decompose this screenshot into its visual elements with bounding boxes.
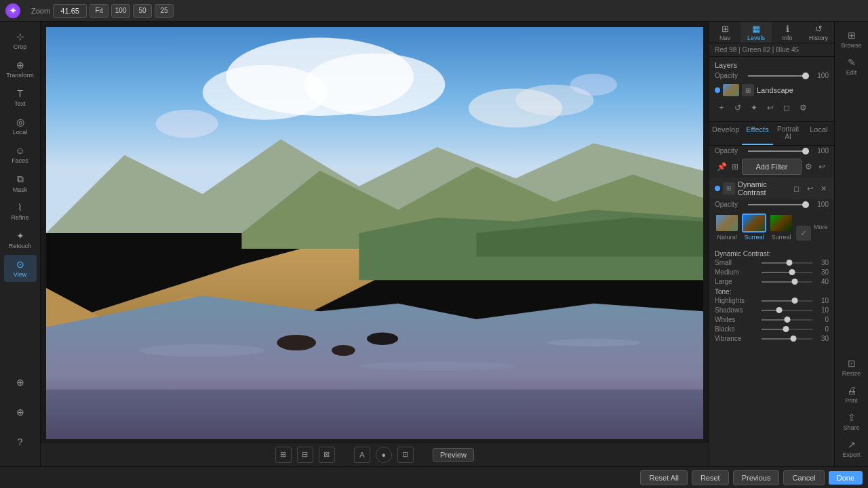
- effect-name: Dynamic Contrast: [738, 180, 788, 197]
- dynamic-contrast-header: ⊞ Dynamic Contrast ◻ ↩ ✕: [709, 178, 834, 199]
- layer-settings-btn[interactable]: ⚙: [796, 101, 810, 115]
- previous-button[interactable]: Previous: [733, 470, 780, 485]
- print-btn[interactable]: 🖨 Print: [837, 382, 867, 407]
- add-filter-button[interactable]: Add Filter: [742, 159, 802, 175]
- effect-toggle-btn[interactable]: ◻: [791, 183, 802, 194]
- zoom-50-btn[interactable]: 50: [133, 4, 152, 18]
- filter-settings-btn[interactable]: ⚙: [802, 160, 815, 174]
- presets-row: Natural Surreal Surreal ✓ More: [709, 209, 834, 245]
- layer-item[interactable]: ⊞ Landscape: [715, 82, 829, 98]
- slider-shadows-track[interactable]: [762, 310, 812, 311]
- svg-point-3: [304, 54, 446, 116]
- effect-opacity-slider[interactable]: [748, 204, 809, 205]
- canvas-tool-grid[interactable]: ⊞: [275, 447, 292, 463]
- browse-btn[interactable]: ⊞ Browse: [837, 27, 867, 52]
- tool-mask[interactable]: ⧉ Mask: [4, 169, 37, 197]
- crop-icon: ⊹: [16, 31, 24, 42]
- preview-button[interactable]: Preview: [433, 448, 474, 462]
- tool-retouch[interactable]: ✦ Retouch: [4, 226, 37, 253]
- share-btn[interactable]: ⇪ Share: [837, 409, 867, 434]
- canvas-tool-circle[interactable]: ●: [376, 447, 392, 463]
- left-sidebar: ⊹ Crop ⊕ Transform T Text ◎ Local ☺ Face…: [0, 22, 41, 466]
- preset-more[interactable]: ✓: [796, 226, 811, 241]
- resize-btn[interactable]: ⊡ Resize: [837, 355, 867, 380]
- effect-close-btn[interactable]: ✕: [818, 183, 829, 194]
- preset-surreal-1[interactable]: Surreal: [742, 214, 766, 241]
- slider-medium-track[interactable]: [762, 272, 812, 273]
- slider-highlights-track[interactable]: [762, 300, 812, 302]
- info-tab[interactable]: ℹ Info: [772, 22, 803, 43]
- share-icon: ⇪: [848, 412, 856, 423]
- effect-undo-btn[interactable]: ↩: [804, 183, 815, 194]
- preset-surreal-thumb: [742, 214, 766, 232]
- tone-section-title: Tone:: [715, 288, 829, 296]
- tool-local[interactable]: ◎ Local: [4, 113, 37, 140]
- layer-visibility-btn[interactable]: ◻: [780, 101, 793, 115]
- history-tab[interactable]: ↺ History: [803, 22, 834, 43]
- layer-mask-btn[interactable]: ✦: [747, 101, 761, 115]
- levels-tab[interactable]: ▦ Levels: [741, 22, 772, 43]
- tab-local[interactable]: Local: [804, 122, 834, 145]
- print-icon: 🖨: [847, 385, 856, 396]
- reset-all-button[interactable]: Reset All: [640, 470, 687, 485]
- canvas-tool-square[interactable]: ⊡: [397, 447, 414, 463]
- slider-blacks-track[interactable]: [762, 329, 812, 330]
- slider-whites-label: Whites: [715, 316, 759, 323]
- filter-adj-btn[interactable]: ⊞: [728, 160, 742, 174]
- layer-visibility-dot: [715, 87, 720, 93]
- bottom-bar: Reset All Reset Previous Cancel Done: [0, 466, 868, 488]
- layer-add-btn[interactable]: +: [715, 101, 728, 115]
- canvas-image[interactable]: [46, 27, 703, 439]
- layers-opacity-value: 100: [812, 72, 829, 79]
- filter-pin-btn[interactable]: 📌: [715, 160, 728, 174]
- tool-text[interactable]: T Text: [4, 84, 37, 111]
- edit-btn[interactable]: ✎ Edit: [837, 54, 867, 79]
- tool-view[interactable]: ⊙ View: [4, 255, 37, 282]
- preset-natural[interactable]: Natural: [715, 214, 739, 241]
- slider-large-track[interactable]: [762, 281, 812, 283]
- tool-faces[interactable]: ☺ Faces: [4, 141, 37, 168]
- tool-transform[interactable]: ⊕ Transform: [4, 56, 37, 83]
- preset-surreal-2[interactable]: Surreal: [769, 214, 793, 241]
- zoom-25-btn[interactable]: 25: [155, 4, 174, 18]
- layers-opacity-slider[interactable]: [748, 75, 809, 77]
- filter-opacity-slider[interactable]: [748, 150, 809, 152]
- canvas-tool-a[interactable]: A: [354, 447, 370, 463]
- layer-duplicate-btn[interactable]: ↺: [731, 101, 745, 115]
- layers-title: Layers: [715, 61, 829, 69]
- cancel-button[interactable]: Cancel: [783, 470, 824, 485]
- tool-add-photo[interactable]: ⊕: [4, 369, 37, 396]
- slider-whites-track[interactable]: [762, 319, 812, 321]
- tool-crop[interactable]: ⊹ Crop: [4, 27, 37, 54]
- filter-close-btn[interactable]: ↩: [815, 160, 829, 174]
- info-label: Info: [782, 35, 792, 41]
- layer-undo-btn[interactable]: ↩: [764, 101, 777, 115]
- zoom-input[interactable]: [53, 4, 87, 18]
- tool-add-person[interactable]: ⊕: [4, 399, 37, 426]
- effects-tabs: Develop Effects Portrait AI Local: [709, 122, 834, 146]
- slider-medium-value: 30: [815, 268, 829, 276]
- faces-label: Faces: [12, 157, 28, 164]
- slider-small-label: Small: [715, 259, 759, 266]
- tab-develop[interactable]: Develop: [709, 122, 742, 145]
- layer-thumbnail: [723, 84, 739, 96]
- zoom-fit-btn[interactable]: Fit: [90, 4, 108, 18]
- zoom-100-btn[interactable]: 100: [111, 4, 130, 18]
- edit-icon: ✎: [848, 57, 856, 68]
- tool-help[interactable]: ?: [4, 428, 37, 455]
- export-btn[interactable]: ↗ Export: [837, 436, 867, 461]
- view-label: View: [14, 271, 26, 278]
- slider-shadows: Shadows 10: [715, 306, 829, 314]
- tab-effects[interactable]: Effects: [742, 122, 772, 145]
- landscape-svg: [46, 27, 703, 439]
- done-button[interactable]: Done: [829, 471, 863, 485]
- transform-icon: ⊕: [16, 60, 24, 70]
- slider-vibrance-track[interactable]: [762, 338, 812, 340]
- nav-tab[interactable]: ⊞ Nav: [709, 22, 741, 43]
- tool-refine[interactable]: ⌇ Refine: [4, 198, 37, 225]
- reset-button[interactable]: Reset: [692, 470, 729, 485]
- slider-small-track[interactable]: [762, 262, 812, 264]
- canvas-tool-compare[interactable]: ⊠: [319, 447, 335, 463]
- canvas-tool-split[interactable]: ⊟: [297, 447, 313, 463]
- tab-portrait-ai[interactable]: Portrait AI: [773, 122, 804, 145]
